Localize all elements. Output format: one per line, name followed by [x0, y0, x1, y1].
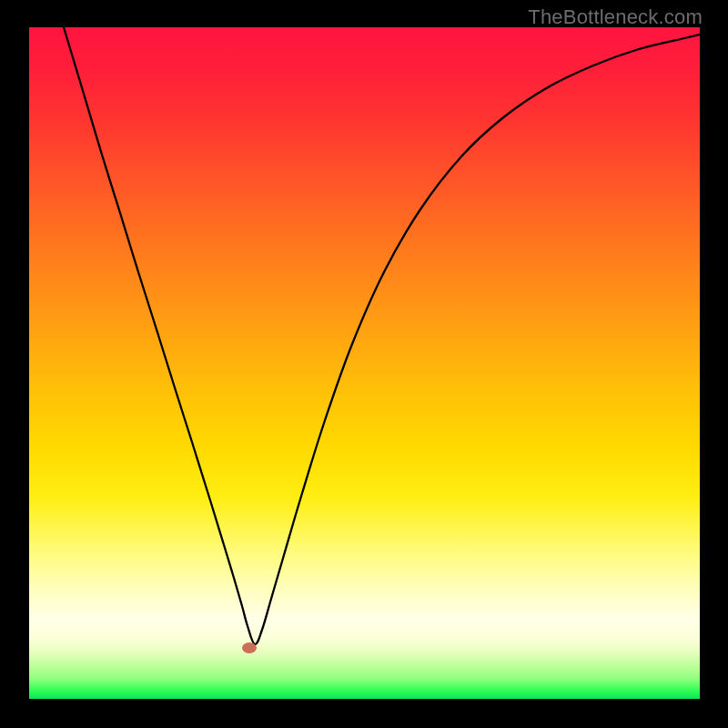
watermark-text: TheBottleneck.com: [528, 5, 703, 29]
bottleneck-curve: [64, 27, 700, 644]
chart-frame: TheBottleneck.com: [0, 0, 728, 728]
optimal-point-marker: [242, 642, 257, 653]
curve-svg: [29, 27, 700, 699]
plot-area: [29, 27, 700, 699]
